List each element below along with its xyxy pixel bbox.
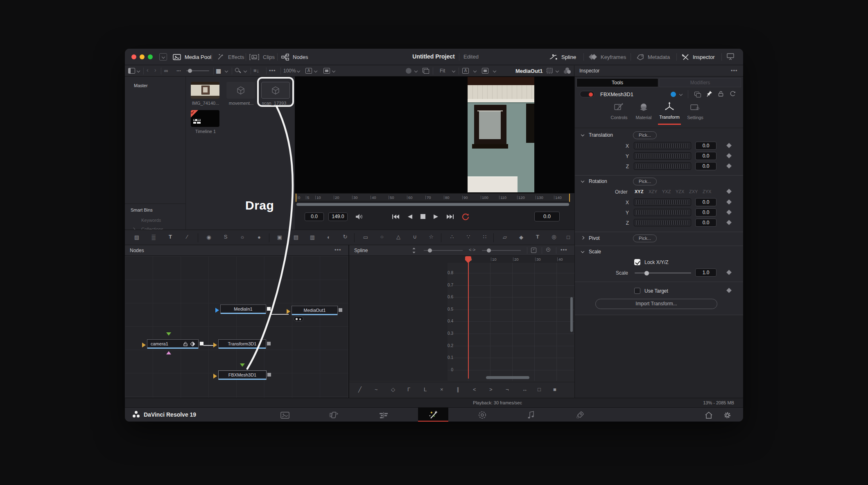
tool-text3d-icon[interactable]: T: [531, 234, 544, 240]
chevron-down-icon[interactable]: [332, 69, 335, 72]
pivot-title[interactable]: Pivot: [589, 235, 600, 241]
viewer-zoom-level[interactable]: 100%: [283, 68, 296, 74]
expand-panel-icon[interactable]: [531, 248, 536, 253]
rotation-y-wheel[interactable]: [634, 209, 691, 216]
bin-keywords[interactable]: Keywords: [141, 218, 161, 223]
viewer-channel-select[interactable]: MediaOut1: [515, 68, 542, 74]
chevron-down-icon[interactable]: [314, 69, 317, 72]
stop-button[interactable]: [420, 214, 425, 219]
range-out-field[interactable]: 149.0: [328, 212, 348, 221]
node-color-button[interactable]: [671, 92, 676, 97]
tab-spline[interactable]: Spline: [549, 52, 576, 62]
tool-merge-icon[interactable]: ▣: [274, 234, 286, 240]
node-input-arrow[interactable]: [215, 308, 219, 313]
chevron-down-icon[interactable]: [473, 69, 477, 72]
tab-controls[interactable]: Controls: [608, 102, 631, 123]
node-output-port[interactable]: [267, 307, 271, 311]
thumb-size-slider[interactable]: [186, 70, 209, 71]
audio-mute-icon[interactable]: [355, 213, 363, 220]
import-transform-button[interactable]: Import Transform...: [595, 299, 717, 309]
viewer-timeline-ruler[interactable]: 0 5 10 20 30 40 50 60 70 80 90 100 110 1…: [296, 193, 570, 201]
section-collapse-icon[interactable]: [581, 236, 584, 239]
tool-rectangle-mask-icon[interactable]: ▭: [359, 234, 372, 240]
clip-label[interactable]: scan_17393...: [260, 101, 292, 106]
node-3d-output-triangle[interactable]: [166, 351, 171, 354]
node-output-port[interactable]: [200, 342, 203, 345]
tab-clips[interactable]: Clips: [249, 52, 275, 62]
scale-slider-thumb[interactable]: [644, 271, 649, 275]
spline-reverse-icon[interactable]: ∥: [457, 386, 459, 393]
node-input-arrow[interactable]: [213, 343, 217, 347]
node-input-arrow[interactable]: [287, 309, 290, 314]
node-graph[interactable]: MediaIn1 MediaOut1 camera1 Transform3D1: [125, 256, 348, 398]
chevron-down-icon[interactable]: [493, 69, 496, 72]
chevron-down-icon[interactable]: [297, 69, 300, 72]
tab-inspector[interactable]: Inspector: [682, 52, 714, 62]
tab-material[interactable]: Material: [632, 102, 655, 123]
grid-view-icon[interactable]: ▦: [216, 68, 221, 74]
modifiers-tab[interactable]: Modifiers: [659, 78, 741, 87]
translation-y-field[interactable]: 0.0: [695, 152, 717, 160]
page-media-button[interactable]: [280, 411, 290, 420]
bin-sidebar-toggle[interactable]: [128, 68, 135, 74]
window-menu-button[interactable]: [159, 53, 167, 61]
tab-settings[interactable]: Settings: [684, 102, 707, 123]
tab-nodes[interactable]: Nodes: [281, 52, 308, 62]
order-yxz[interactable]: YXZ: [662, 189, 671, 194]
node-camera1[interactable]: camera1: [147, 339, 199, 349]
node-input-arrow[interactable]: [213, 374, 217, 379]
viewer-fit-select[interactable]: Fit: [440, 68, 445, 74]
spline-flat-icon[interactable]: ¬: [506, 386, 509, 393]
tab-metadata[interactable]: Metadata: [636, 52, 670, 62]
pivot-pick-button[interactable]: Pick...: [633, 235, 657, 242]
reset-icon[interactable]: [730, 91, 736, 97]
page-fusion-button[interactable]: [418, 408, 448, 422]
range-in-field[interactable]: 0.0: [305, 212, 324, 221]
play-button[interactable]: [434, 214, 439, 219]
annotations-button[interactable]: A: [462, 68, 469, 74]
clip-label[interactable]: movement...: [225, 101, 258, 106]
section-collapse-icon[interactable]: [581, 133, 584, 136]
viewer-canvas[interactable]: [295, 77, 574, 193]
traffic-zoom-button[interactable]: [148, 54, 153, 59]
viewer-dots-indicator[interactable]: [294, 316, 303, 321]
copy-settings-icon[interactable]: [694, 92, 699, 96]
keyframe-diamond-icon[interactable]: [726, 143, 732, 148]
spline-pingpong-icon[interactable]: >: [489, 386, 493, 393]
color-swatch-button[interactable]: [406, 68, 411, 74]
order-zyx[interactable]: ZYX: [703, 189, 711, 194]
spline-linear-icon[interactable]: ╱: [358, 386, 362, 393]
spline-loop-icon[interactable]: <: [473, 386, 476, 393]
current-frame-field[interactable]: 0.0: [534, 212, 560, 221]
tool-polygon-mask-icon[interactable]: △: [392, 234, 405, 240]
pin-icon[interactable]: [707, 90, 712, 97]
order-xzy[interactable]: XZY: [649, 189, 657, 194]
chevron-down-icon[interactable]: [452, 69, 455, 72]
tool-brightness-icon[interactable]: ☼: [236, 234, 249, 240]
chevron-down-icon[interactable]: [225, 69, 228, 72]
tool-paint-icon[interactable]: ⁄: [181, 234, 193, 240]
spline-invert-icon[interactable]: ×: [440, 386, 443, 393]
clip-thumbnail-3d-scan[interactable]: [261, 82, 290, 99]
tool-colorcorrector-icon[interactable]: ◉: [203, 234, 215, 240]
keyframe-diamond-icon[interactable]: [726, 189, 732, 194]
order-xyz[interactable]: XYZ: [635, 189, 643, 194]
keyframe-diamond-icon[interactable]: [726, 288, 732, 293]
tab-transform[interactable]: Transform: [657, 102, 682, 123]
tool-text-icon[interactable]: T: [164, 234, 176, 240]
lock-icon[interactable]: [718, 91, 723, 97]
keyframe-diamond-icon[interactable]: [726, 199, 732, 205]
roi-button[interactable]: [323, 68, 330, 74]
translation-title[interactable]: Translation: [589, 132, 613, 138]
node-mediain1[interactable]: MediaIn1: [220, 305, 266, 314]
chevron-down-icon[interactable]: [556, 69, 559, 72]
node-3d-input-triangle[interactable]: [166, 332, 171, 336]
node-3d-input-triangle[interactable]: [240, 363, 245, 367]
play-reverse-button[interactable]: [407, 214, 412, 219]
tab-media-pool[interactable]: Media Pool: [173, 52, 211, 62]
tool-shape3d-icon[interactable]: ◆: [515, 234, 527, 240]
lock-xyz-checkbox[interactable]: [634, 259, 640, 265]
rotation-y-field[interactable]: 0.0: [695, 208, 717, 217]
color-wheels-icon[interactable]: [564, 68, 571, 74]
tab-keyframes[interactable]: Keyframes: [588, 52, 626, 62]
